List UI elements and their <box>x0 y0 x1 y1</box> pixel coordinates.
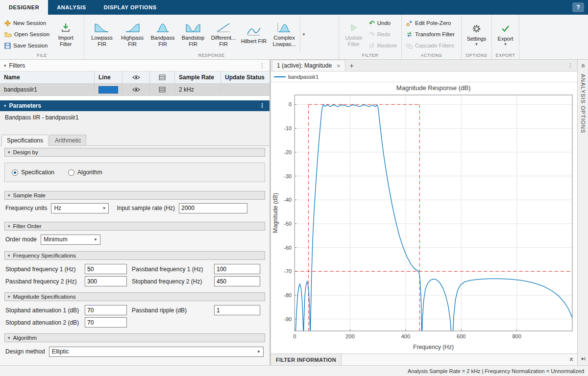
group-label-options: OPTIONS <box>462 52 491 59</box>
help-button[interactable]: ? <box>572 2 584 12</box>
parameters-subtitle: Bandpass IIR - bandpassiir1 <box>0 111 270 123</box>
group-label-response: RESPONSE <box>84 52 339 59</box>
section-header-design-by[interactable]: ▾ Design by <box>4 148 265 157</box>
open-session-button[interactable]: Open Session <box>3 29 51 40</box>
algorithm-title: Algorithm <box>13 335 37 341</box>
filters-menu-icon[interactable]: ⋮ <box>259 62 266 69</box>
radio-button-icon[interactable] <box>12 169 18 176</box>
input-sample-rate-field[interactable] <box>179 203 247 213</box>
transform-filter-button[interactable]: Transform Filter <box>405 29 456 40</box>
collapse-triangle-icon: ▾ <box>8 150 10 155</box>
update-filter-button[interactable]: Update Filter <box>342 17 366 52</box>
radio-button-icon[interactable] <box>68 169 74 176</box>
design-by-title: Design by <box>13 149 38 155</box>
filter-name-cell[interactable]: bandpassiir1 <box>0 84 95 96</box>
section-header-frequency-specifications[interactable]: ▾ Frequency Specifications <box>4 251 265 260</box>
response-gallery-dropdown[interactable]: ▾ <box>300 17 307 52</box>
response-complex-lowpass-button[interactable]: Complex Lowpas... <box>270 17 299 52</box>
button-line1: Lowpass <box>91 35 112 41</box>
redo-button[interactable]: ↷ Redo <box>368 29 398 40</box>
passband-frequency-1-field[interactable] <box>214 264 260 274</box>
tab-display-options[interactable]: DISPLAY OPTIONS <box>95 0 166 15</box>
section-header-filter-order[interactable]: ▾ Filter Order <box>4 222 265 231</box>
chevron-down-icon: ▼ <box>102 206 106 211</box>
undo-button[interactable]: ↶ Undo <box>368 18 398 28</box>
response-hilbert-fir-button[interactable]: Hilbert FIR <box>239 17 269 52</box>
line-color-swatch[interactable] <box>98 86 118 94</box>
section-header-magnitude-specifications[interactable]: ▾ Magnitude Specifications <box>4 292 265 301</box>
analysis-options-label[interactable]: ANALYSIS OPTIONS <box>580 74 586 134</box>
restore-button[interactable]: ↺ Restore <box>368 41 398 51</box>
stopband-frequency-1-field[interactable] <box>85 264 127 274</box>
tab-analysis[interactable]: ANALYSIS <box>48 0 95 15</box>
section-header-sample-rate[interactable]: ▾ Sample Rate <box>4 191 265 200</box>
tab-designer[interactable]: DESIGNER <box>0 0 48 15</box>
new-session-button[interactable]: New Session <box>3 18 51 28</box>
legend-label: bandpassiir1 <box>288 74 318 80</box>
frequency-units-dropdown[interactable]: Hz ▼ <box>51 203 109 213</box>
filter-info-cell[interactable] <box>150 84 175 96</box>
import-filter-label: Import Filter <box>53 35 78 47</box>
plot-tabbar-menu-icon[interactable]: ⋮ <box>567 62 577 69</box>
button-line1: Hilbert FIR <box>241 38 267 45</box>
response-bandpass-fir-button[interactable]: Bandpass FIR <box>148 17 177 52</box>
settings-button[interactable]: Settings ▼ <box>465 17 489 52</box>
filter-table-row[interactable]: bandpassiir1 2 kHz <box>0 84 270 96</box>
design-method-dropdown[interactable]: Elliptic ▼ <box>49 347 264 357</box>
passband-ripple-field[interactable] <box>214 305 260 315</box>
passband-frequency-1-label: Passband frequency 1 (Hz) <box>132 266 209 273</box>
parameters-panel-header[interactable]: ▾ Parameters ⋮ <box>0 100 270 111</box>
table-gap <box>0 96 270 100</box>
response-highpass-fir-button[interactable]: Highpass FIR <box>118 17 147 52</box>
save-session-button[interactable]: Save Session <box>3 41 51 51</box>
stopband-frequency-2-label: Stopband frequency 2 (Hz) <box>132 278 209 285</box>
filter-visibility-cell[interactable] <box>122 84 150 96</box>
filter-update-status-cell <box>221 84 270 96</box>
filter-information-tab[interactable]: FILTER INFORMATION <box>271 354 342 365</box>
close-tab-icon[interactable]: × <box>337 62 341 70</box>
order-mode-dropdown[interactable]: Minimum ▼ <box>41 235 100 245</box>
parameters-menu-icon[interactable]: ⋮ <box>259 102 266 109</box>
response-bandstop-fir-button[interactable]: Bandstop FIR <box>178 17 208 52</box>
chart-area: 02004006008000-10-20-30-40-50-60-70-80-9… <box>271 82 577 353</box>
filters-panel-title: Filters <box>9 62 25 69</box>
restore-panel-icon[interactable] <box>581 356 586 363</box>
passband-frequency-2-field[interactable] <box>85 276 127 286</box>
ribbon-group-export: Export ▼ EXPORT <box>492 15 519 59</box>
magnitude-plot-tab[interactable]: 1 (active): Magnitude × <box>272 60 345 71</box>
cascade-filters-button[interactable]: Cascade Filters <box>405 41 456 51</box>
parameters-panel-title: Parameters <box>9 102 41 109</box>
settings-dropdown-arrow: ▼ <box>475 42 479 47</box>
radio-algorithm[interactable]: Algorithm <box>68 169 102 176</box>
column-header-info <box>150 71 175 84</box>
filter-line-cell[interactable] <box>95 84 122 96</box>
filters-panel-header[interactable]: ▾ Filters ⋮ <box>0 60 270 71</box>
stopband-attenuation-2-field[interactable] <box>85 317 127 328</box>
section-header-algorithm[interactable]: ▾ Algorithm <box>4 333 265 342</box>
button-line2: FIR <box>158 41 167 47</box>
edit-pole-zero-button[interactable]: Edit Pole-Zero <box>405 18 456 28</box>
legend-line-swatch <box>274 76 286 77</box>
analysis-options-strip: ANALYSIS OPTIONS <box>577 60 588 365</box>
expand-panel-icon[interactable] <box>565 354 577 365</box>
tab-arithmetic[interactable]: Arithmetic <box>49 135 86 145</box>
stopband-attenuation-1-field[interactable] <box>85 305 127 315</box>
stopband-frequency-2-field[interactable] <box>214 276 260 286</box>
chevron-down-icon: ▼ <box>94 237 98 242</box>
ribbon-group-file: New Session Open Session Save Session <box>0 15 84 59</box>
filter-order-row: Order mode Minimum ▼ <box>4 234 265 245</box>
radio-specification[interactable]: Specification <box>12 169 54 176</box>
response-lowpass-fir-button[interactable]: Lowpass FIR <box>87 17 117 52</box>
lowpass-response-icon <box>95 22 109 33</box>
magnitude-response-chart[interactable]: 02004006008000-10-20-30-40-50-60-70-80-9… <box>271 82 577 353</box>
subtitle-gap <box>0 123 270 135</box>
dock-panel-icon[interactable] <box>581 62 586 69</box>
tab-specifications[interactable]: Specifications <box>1 135 49 146</box>
export-label: Export <box>498 36 514 42</box>
stopband-attenuation-2-label: Stopband attenuation 2 (dB) <box>5 319 80 326</box>
import-filter-button[interactable]: Import Filter <box>53 17 78 52</box>
add-plot-tab-button[interactable]: + <box>345 60 358 71</box>
response-differentiator-fir-button[interactable]: Different... FIR <box>209 17 238 52</box>
edit-pole-zero-icon <box>406 20 413 26</box>
export-button[interactable]: Export ▼ <box>495 17 516 52</box>
